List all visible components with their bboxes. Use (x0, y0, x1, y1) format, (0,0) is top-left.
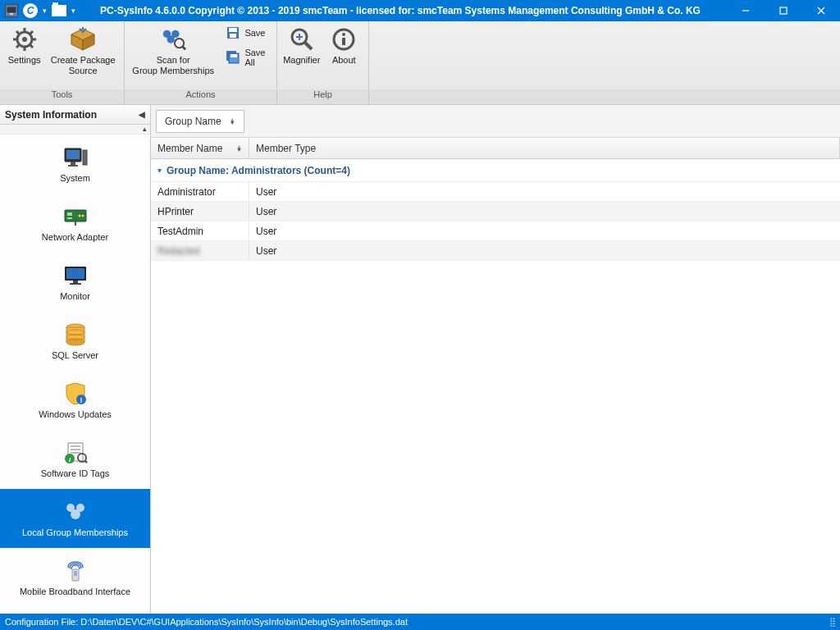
sidebar: System Information ◀ ▴ SystemNetwork Ada… (0, 105, 151, 614)
nav-icon (63, 146, 88, 169)
cell-member-type: User (249, 182, 840, 201)
sidebar-item-software-id-tags[interactable]: iSoftware ID Tags (0, 430, 150, 489)
sidebar-item-label: System (60, 173, 90, 183)
groupby-chip[interactable]: Group Name ▲▼ (156, 110, 244, 133)
ribbon: Settings Create Package Source Tools Sca… (0, 21, 840, 105)
svg-rect-30 (231, 54, 237, 57)
save-all-button[interactable]: Save All (221, 48, 273, 67)
sidebar-item-label: Monitor (60, 291, 90, 301)
svg-rect-62 (71, 449, 80, 450)
sidebar-item-monitor[interactable]: Monitor (0, 253, 150, 312)
scan-button[interactable]: Scan for Group Memberships (128, 23, 218, 76)
sidebar-item-mobile-broadband-interface[interactable]: Mobile Broadband Interface (0, 548, 150, 607)
group-header-row[interactable]: ▾ Group Name: Administrators (Count=4) (151, 159, 840, 182)
cell-member-type: User (249, 221, 840, 240)
sidebar-item-label: Software ID Tags (41, 468, 110, 478)
svg-text:!: ! (80, 396, 82, 404)
svg-rect-40 (71, 162, 75, 165)
statusbar: Configuration File: D:\Daten\DEV\C#\GUIA… (0, 614, 840, 630)
svg-point-46 (78, 214, 80, 217)
create-package-label: Create Package Source (51, 55, 116, 76)
folder-icon[interactable] (52, 5, 66, 16)
sidebar-item-label: Mobile Broadband Interface (20, 587, 130, 596)
svg-rect-44 (67, 212, 72, 216)
svg-rect-72 (74, 571, 77, 576)
gear-icon (11, 26, 38, 52)
save-icon (226, 26, 240, 39)
nav-icon (63, 264, 88, 287)
svg-rect-26 (229, 28, 237, 32)
table-row[interactable]: RedactedUser (151, 241, 840, 261)
sidebar-item-label: SQL Server (52, 350, 98, 360)
cell-member-type: User (249, 241, 840, 260)
svg-point-36 (342, 33, 345, 36)
groupby-bar: Group Name ▲▼ (151, 105, 840, 138)
maximize-button[interactable] (765, 0, 802, 21)
about-label: About (332, 55, 356, 66)
sidebar-item-system[interactable]: System (0, 135, 150, 194)
resize-grip-icon[interactable]: ⣿ (829, 617, 835, 628)
svg-line-13 (30, 45, 33, 48)
svg-line-24 (182, 46, 185, 49)
statusbar-text: Configuration File: D:\Daten\DEV\C#\GUIA… (5, 617, 408, 627)
svg-rect-1 (10, 13, 13, 15)
svg-line-15 (16, 45, 20, 48)
save-button[interactable]: Save (221, 23, 273, 43)
magnifier-button[interactable]: Magnifier (281, 23, 323, 66)
svg-point-47 (81, 214, 84, 217)
svg-rect-42 (83, 150, 87, 165)
table-row[interactable]: TestAdminUser (151, 221, 840, 241)
svg-point-70 (71, 509, 80, 519)
nav-icon: ! (63, 382, 88, 405)
create-package-button[interactable]: Create Package Source (45, 23, 121, 76)
nav-icon (63, 323, 88, 346)
svg-line-67 (84, 460, 87, 463)
chevron-left-icon: ◀ (139, 110, 145, 119)
table-row[interactable]: AdministratorUser (151, 182, 840, 202)
main-panel: Group Name ▲▼ Member Name ▲▼ Member Type… (151, 105, 840, 614)
nav-icon (63, 559, 88, 582)
sidebar-item-label: Local Group Memberships (22, 527, 128, 537)
svg-point-7 (22, 37, 27, 42)
sidebar-item-sql-server[interactable]: SQL Server (0, 312, 150, 371)
sidebar-item-windows-updates[interactable]: !Windows Updates (0, 371, 150, 430)
column-member-name-label: Member Name (158, 143, 222, 154)
sidebar-item-label: Network Adapter (42, 232, 108, 242)
qat-dropdown-icon[interactable]: ▾ (43, 7, 47, 15)
folder-dropdown-icon[interactable]: ▾ (71, 7, 75, 15)
svg-line-14 (30, 31, 33, 34)
window-title: PC-SysInfo 4.6.0.0 Copyright © 2013 - 20… (80, 5, 727, 16)
svg-rect-27 (230, 34, 236, 38)
svg-rect-45 (67, 217, 72, 219)
sidebar-item-network-adapter[interactable]: Network Adapter (0, 194, 150, 253)
cell-member-name: Administrator (151, 182, 249, 201)
column-member-type[interactable]: Member Type (249, 138, 840, 158)
nav-icon (63, 205, 88, 228)
cell-member-name: HPrinter (151, 202, 249, 221)
minimize-button[interactable] (727, 0, 765, 21)
sidebar-item-local-group-memberships[interactable]: Local Group Memberships (0, 489, 150, 548)
nav-icon (63, 500, 88, 523)
about-button[interactable]: About (323, 23, 366, 66)
settings-button[interactable]: Settings (3, 23, 45, 66)
table-row[interactable]: HPrinterUser (151, 202, 840, 221)
cell-member-type: User (249, 202, 840, 221)
close-button[interactable] (802, 0, 840, 21)
sidebar-scroll-up[interactable]: ▴ (0, 125, 150, 135)
save-all-label: Save All (244, 48, 268, 67)
column-headers: Member Name ▲▼ Member Type (151, 138, 840, 159)
grid-body: AdministratorUserHPrinterUserTestAdminUs… (151, 182, 840, 614)
svg-rect-0 (7, 7, 16, 13)
nav-icon: i (63, 441, 88, 464)
sidebar-header[interactable]: System Information ◀ (0, 105, 150, 125)
svg-rect-51 (73, 281, 78, 283)
magnifier-icon (289, 26, 315, 52)
sidebar-nav: SystemNetwork AdapterMonitorSQL Server!W… (0, 135, 150, 614)
save-all-icon (226, 51, 240, 64)
svg-rect-52 (70, 283, 81, 285)
svg-line-32 (305, 43, 312, 49)
column-member-name[interactable]: Member Name ▲▼ (151, 138, 249, 158)
chevron-down-icon: ▾ (158, 166, 162, 175)
groupby-chip-label: Group Name (165, 116, 221, 127)
ribbon-group-actions: Actions (125, 89, 276, 104)
